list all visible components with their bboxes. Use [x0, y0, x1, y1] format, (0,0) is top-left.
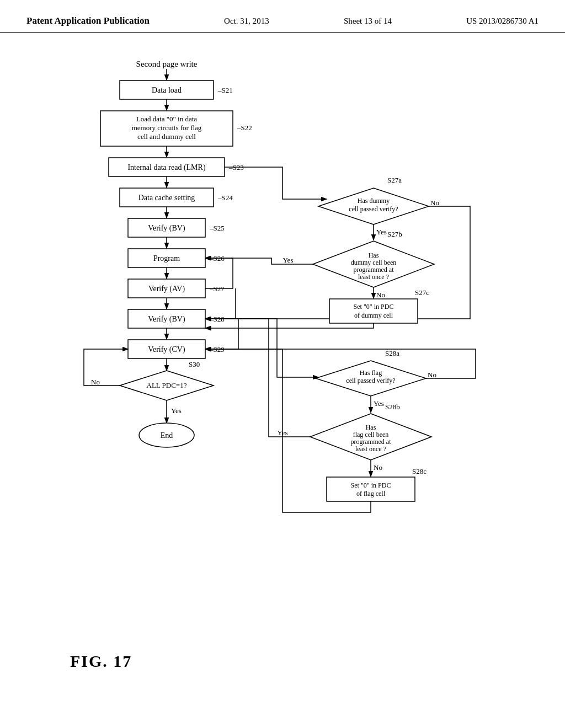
s29-text: Verify (CV): [148, 345, 185, 354]
s27-text: Verify (AV): [148, 285, 185, 293]
s22-t1: Load data "0" in data: [136, 115, 197, 123]
s27a-yes-lbl: Yes: [376, 228, 387, 236]
s28b-t3: programmed at: [351, 438, 392, 446]
main-diagram: Second page write Data load –S21 Load da…: [0, 33, 565, 722]
s25-text: Verify (BV): [148, 224, 185, 233]
s28b-label: S28b: [385, 403, 400, 411]
s28b-no-lbl: No: [374, 463, 382, 472]
s26-text: Program: [153, 254, 180, 263]
s30-yes: Yes: [171, 406, 182, 415]
s30-diamond-text: ALL PDC=1?: [147, 381, 187, 389]
s28a-no-lbl: No: [428, 371, 436, 379]
s22-ref: –S22: [237, 124, 252, 132]
s27b-t2: dummy cell been: [351, 259, 397, 266]
page-header: Patent Application Publication Oct. 31, …: [0, 0, 565, 33]
s24-text: Data cache setting: [138, 194, 195, 202]
s30-no: No: [91, 378, 100, 386]
s22-t2: memory circuits for flag: [132, 124, 202, 132]
patent-number: US 2013/0286730 A1: [466, 17, 539, 26]
s27b-t3: programmed at: [354, 266, 395, 274]
publication-date: Oct. 31, 2013: [224, 17, 269, 26]
s28a-yes-lbl: Yes: [374, 399, 384, 408]
s27b-no-lbl: No: [376, 291, 385, 299]
s21-ref: –S21: [217, 86, 233, 94]
s23-text: Internal data read (LMR): [127, 163, 205, 172]
s27a-no-lbl: No: [430, 199, 439, 207]
s27a-t2: cell passed verify?: [349, 205, 398, 213]
s28a-t2: cell passed verify?: [346, 377, 395, 384]
s27b-t4: least once ?: [358, 273, 389, 281]
s27a-label: S27a: [387, 176, 402, 184]
fig-label: FIG. 17: [70, 652, 132, 670]
publication-title: Patent Application Publication: [26, 15, 150, 26]
s28a-t1: Has flag: [360, 369, 382, 377]
s24-ref: –S24: [217, 194, 233, 202]
s27c-label: S27c: [415, 288, 429, 297]
end-text: End: [161, 431, 173, 440]
flowchart-main: Second page write Data load –S21 Load da…: [18, 44, 547, 705]
s22-t3: cell and dummy cell: [137, 132, 196, 141]
s21-text: Data load: [152, 86, 182, 94]
s27b-yes-lbl: Yes: [283, 256, 294, 264]
s28b-t4: least once ?: [355, 445, 386, 453]
svg-rect-67: [327, 477, 415, 501]
s28c-t1: Set "0" in PDC: [351, 481, 391, 489]
s28b-t2: flag cell been: [353, 431, 389, 438]
s27c-t1: Set "0" in PDC: [354, 303, 394, 311]
s28c-t2: of flag cell: [356, 490, 386, 497]
s27b-t1: Has: [369, 251, 379, 259]
s25-ref: –S25: [209, 224, 225, 232]
s27c-t2: of dummy cell: [354, 312, 393, 319]
flow-title: Second page write: [136, 60, 198, 68]
s28b-t1: Has: [366, 424, 376, 431]
sheet-info: Sheet 13 of 14: [344, 17, 392, 26]
s28c-label: S28c: [412, 467, 427, 475]
s30-label-id: S30: [189, 360, 200, 368]
s28-text: Verify (BV): [148, 315, 185, 324]
s28a-label: S28a: [385, 349, 399, 357]
s27a-t1: Has dummy: [358, 197, 390, 205]
s27b-label: S27b: [387, 230, 402, 238]
